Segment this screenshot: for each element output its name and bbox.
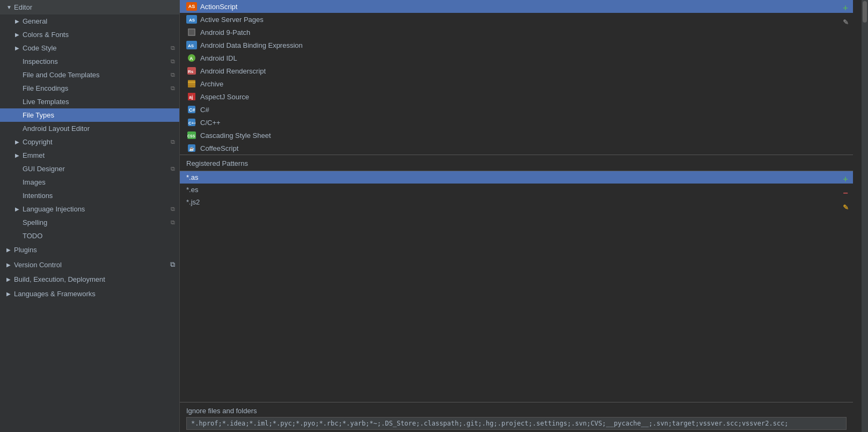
sidebar-item-todo[interactable]: TODO — [0, 229, 179, 243]
file-type-css[interactable]: CSS Cascading Style Sheet — [180, 129, 853, 142]
android-layout-label: Android Layout Editor — [23, 125, 90, 133]
androididl-label: Android IDL — [200, 54, 237, 62]
asp-label: Active Server Pages — [200, 16, 264, 24]
file-type-android9patch[interactable]: Android 9-Patch — [180, 26, 853, 39]
emmet-arrow — [15, 152, 23, 158]
inspections-label: Inspections — [23, 57, 58, 65]
language-injections-label: Language Injections — [23, 205, 85, 213]
ignore-section: Ignore files and folders — [180, 402, 853, 432]
file-type-databinding[interactable]: AS Android Data Binding Expression — [180, 39, 853, 52]
intentions-label: Intentions — [23, 192, 53, 200]
sidebar-item-live-templates[interactable]: Live Templates — [0, 95, 179, 108]
languages-label: Languages & Frameworks — [14, 290, 96, 298]
file-type-androididl[interactable]: A Android IDL — [180, 52, 853, 64]
sidebar-group-plugins[interactable]: Plugins — [0, 243, 179, 257]
sidebar-item-inspections[interactable]: Inspections ⧉ — [0, 55, 179, 68]
scrollbar[interactable] — [862, 0, 868, 432]
general-arrow — [15, 18, 23, 24]
svg-rect-2 — [188, 28, 195, 36]
edit-file-type-button[interactable]: ✎ — [840, 16, 851, 28]
svg-text:A: A — [189, 56, 193, 61]
csharp-label: C# — [200, 106, 209, 114]
svg-rect-12 — [188, 84, 195, 84]
csharp-icon: C# — [186, 105, 197, 114]
archive-label: Archive — [200, 80, 223, 88]
inspections-copy-icon: ⧉ — [171, 58, 175, 65]
editor-label: Editor — [14, 3, 32, 11]
css-label: Cascading Style Sheet — [200, 131, 271, 140]
sidebar-group-version-control[interactable]: Version Control ⧉ — [0, 257, 179, 272]
pattern-es[interactable]: *.es — [180, 184, 853, 196]
plugins-arrow — [6, 247, 14, 253]
pattern-js2[interactable]: *.js2 — [180, 196, 853, 208]
live-templates-label: Live Templates — [23, 98, 69, 106]
file-type-coffeescript[interactable]: ☕ CoffeeScript — [180, 142, 853, 155]
spelling-label: Spelling — [23, 218, 47, 226]
sidebar-item-colors-fonts[interactable]: Colors & Fonts — [0, 28, 179, 41]
sidebar-item-language-injections[interactable]: Language Injections ⧉ — [0, 202, 179, 216]
remove-pattern-button[interactable]: − — [840, 187, 851, 199]
sidebar-item-file-encodings[interactable]: File Encodings ⧉ — [0, 82, 179, 95]
sidebar-item-emmet[interactable]: Emmet — [0, 149, 179, 162]
editor-arrow — [6, 4, 14, 10]
build-label: Build, Execution, Deployment — [14, 275, 105, 283]
sidebar-item-code-style[interactable]: Code Style ⧉ — [0, 41, 179, 55]
sidebar-item-spelling[interactable]: Spelling ⧉ — [0, 216, 179, 229]
sidebar-item-general[interactable]: General — [0, 14, 179, 28]
add-pattern-button[interactable]: + — [840, 173, 851, 185]
lang-arrow — [6, 291, 14, 297]
svg-text:C++: C++ — [188, 121, 195, 126]
gui-designer-label: GUI Designer — [23, 165, 65, 173]
svg-text:☕: ☕ — [189, 146, 194, 151]
code-style-label: Code Style — [23, 44, 57, 52]
sidebar-item-android-layout[interactable]: Android Layout Editor — [0, 122, 179, 135]
plugins-label: Plugins — [14, 246, 37, 254]
pattern-action-buttons: + − ✎ — [838, 171, 853, 215]
svg-text:AS: AS — [188, 43, 194, 48]
general-label: General — [23, 17, 47, 25]
databinding-icon: AS — [186, 41, 197, 49]
file-type-cpp[interactable]: C++ C/C++ — [180, 116, 853, 129]
code-style-copy-icon: ⧉ — [171, 45, 175, 52]
sidebar-item-file-code-templates[interactable]: File and Code Templates ⧉ — [0, 68, 179, 82]
vc-label: Version Control — [14, 261, 62, 269]
android9-icon — [186, 28, 197, 36]
fct-copy-icon: ⧉ — [171, 71, 175, 78]
add-file-type-button[interactable]: + — [840, 2, 851, 14]
li-arrow — [15, 206, 23, 212]
pattern-as[interactable]: *.as — [180, 171, 853, 184]
actionscript-label: ActionScript — [200, 3, 237, 11]
file-type-renderscript[interactable]: Rs Android Renderscript — [180, 64, 853, 77]
cpp-label: C/C++ — [200, 119, 221, 127]
edit-pattern-button[interactable]: ✎ — [840, 201, 851, 213]
androididl-icon: A — [186, 54, 197, 62]
file-type-actionscript[interactable]: AS ActionScript — [180, 0, 853, 13]
file-types-list[interactable]: AS ActionScript AS Active Server Pages A… — [180, 0, 853, 155]
sidebar-group-languages[interactable]: Languages & Frameworks — [0, 287, 179, 301]
emmet-label: Emmet — [23, 151, 45, 159]
sidebar-item-images[interactable]: Images — [0, 175, 179, 189]
sidebar-item-file-types[interactable]: File Types — [0, 108, 179, 122]
sidebar-item-intentions[interactable]: Intentions — [0, 189, 179, 202]
aspectj-label: AspectJ Source — [200, 93, 249, 101]
colors-label: Colors & Fonts — [23, 31, 69, 39]
svg-rect-11 — [188, 82, 195, 83]
svg-text:AS: AS — [189, 18, 195, 23]
file-type-csharp[interactable]: C# C# — [180, 103, 853, 116]
aspectj-icon: aj — [186, 92, 197, 101]
sidebar-group-build[interactable]: Build, Execution, Deployment — [0, 272, 179, 287]
file-type-archive[interactable]: Archive — [180, 77, 853, 90]
svg-text:aj: aj — [189, 94, 193, 100]
ignore-files-input[interactable] — [186, 417, 847, 430]
copyright-arrow — [15, 139, 23, 145]
pattern-es-label: *.es — [186, 186, 198, 194]
databinding-label: Android Data Binding Expression — [200, 41, 303, 49]
sidebar-group-editor[interactable]: Editor — [0, 0, 179, 14]
registered-patterns-label: Registered Patterns — [180, 155, 853, 171]
file-type-asp[interactable]: AS Active Server Pages — [180, 13, 853, 26]
renderscript-label: Android Renderscript — [200, 67, 266, 75]
sidebar-item-copyright[interactable]: Copyright ⧉ — [0, 135, 179, 149]
svg-text:Rs: Rs — [188, 69, 194, 74]
file-type-aspectj[interactable]: aj AspectJ Source — [180, 90, 853, 103]
sidebar-item-gui-designer[interactable]: GUI Designer ⧉ — [0, 162, 179, 175]
